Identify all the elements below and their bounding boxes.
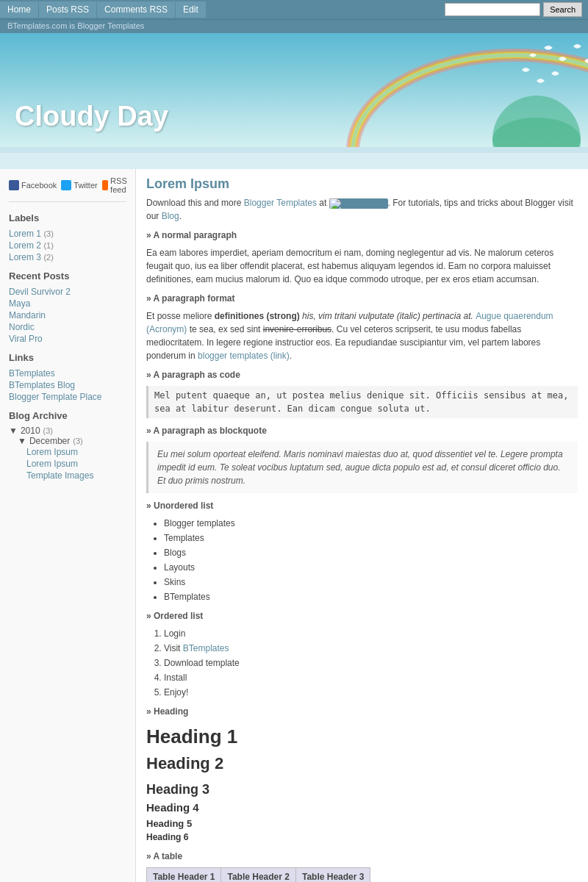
list-item: Enjoy! [164, 686, 578, 699]
post-link[interactable]: Nordic [9, 322, 35, 332]
headings-demo: Heading 1 Heading 2 Heading 3 Heading 4 … [146, 723, 578, 844]
post-1: Lorem Ipsum Download this and more Blogg… [146, 176, 578, 882]
table-header: Table Header 3 [295, 868, 370, 883]
list-item: Maya [9, 298, 126, 309]
strikethrough-text: invenire-erroribus [263, 324, 331, 334]
bold-text: definitiones (strong) [215, 311, 300, 321]
demo-table: Table Header 1 Table Header 2 Table Head… [146, 867, 370, 882]
search-input[interactable] [445, 3, 540, 16]
heading-5: Heading 5 [146, 817, 578, 831]
labels-section: Labels Lorem 1 (3) Lorem 2 (1) Lorem 3 (… [9, 212, 126, 263]
list-item: Layouts [164, 561, 578, 574]
links-section: Links BTemplates BTemplates Blog Blogger… [9, 352, 126, 403]
links-heading: Links [9, 352, 126, 363]
nav-home[interactable]: Home [0, 1, 39, 18]
header-decoration [220, 33, 588, 147]
archive-year-toggle[interactable]: ▼ 2010 (3) [9, 426, 126, 436]
list-item: Skins [164, 576, 578, 589]
post-link[interactable]: Maya [9, 298, 30, 309]
recent-posts-section: Recent Posts Devil Survivor 2 Maya Manda… [9, 270, 126, 345]
list-item: Lorem 1 (3) [9, 228, 126, 240]
list-item: Viral Pro [9, 333, 126, 345]
list-item: Blogger templates [164, 517, 578, 530]
facebook-link[interactable]: Facebook [9, 176, 57, 194]
top-nav: Home Posts RSS Comments RSS Edit Search [0, 0, 588, 20]
blockquote: Eu mei solum oporteat eleifend. Maris no… [146, 442, 578, 493]
rss-icon [102, 180, 108, 190]
archive-post-link[interactable]: Lorem Ipsum [26, 458, 126, 470]
list-item: Mandarin [9, 309, 126, 321]
post-link[interactable]: Viral Pro [9, 334, 43, 344]
post-link[interactable]: Mandarin [9, 310, 46, 320]
labels-heading: Labels [9, 212, 126, 223]
nav-comments-rss[interactable]: Comments RSS [97, 1, 176, 18]
list-item: Login [164, 627, 578, 640]
external-link[interactable]: BTemplates [9, 368, 55, 379]
rss-link[interactable]: RSS feed [102, 176, 132, 194]
list-item: BTemplates [164, 590, 578, 603]
list-item: Visit BTemplates [164, 642, 578, 655]
list-item: Download template [164, 656, 578, 670]
site-title: Cloudy Day [15, 101, 168, 132]
sidebar: Facebook Twitter RSS feed Labels Lorem 1… [0, 169, 136, 882]
search-button[interactable]: Search [543, 2, 582, 17]
twitter-icon [61, 180, 71, 190]
table-header: Table Header 2 [221, 868, 295, 883]
label-link[interactable]: Lorem 3 [9, 252, 41, 262]
main-wrapper: Facebook Twitter RSS feed Labels Lorem 1… [0, 169, 588, 882]
list-item: Nordic [9, 321, 126, 333]
list-item: BTemplates [9, 368, 126, 379]
subtitle: BTemplates.com is Blogger Templates [0, 20, 588, 33]
list-item: Blogs [164, 546, 578, 559]
post-intro: Download this and more Blogger Templates… [146, 196, 578, 223]
label-link[interactable]: Lorem 2 [9, 240, 41, 251]
heading-4: Heading 4 [146, 800, 578, 817]
ordered-list: Login Visit BTemplates Download template… [164, 627, 578, 699]
search-area: Search [445, 2, 588, 17]
list-item: Lorem 2 (1) [9, 240, 126, 251]
unordered-label: » Unordered list [146, 499, 578, 512]
social-links: Facebook Twitter RSS feed [9, 176, 126, 202]
normal-para: Ea eam labores imperdiet, aperiam democr… [146, 246, 578, 286]
archive-post-link[interactable]: Template Images [26, 470, 126, 481]
post-title-link[interactable]: Lorem Ipsum [146, 176, 229, 191]
table-header: Table Header 1 [147, 868, 221, 883]
unordered-list: Blogger templates Templates Blogs Layout… [164, 517, 578, 603]
list-item: Devil Survivor 2 [9, 286, 126, 298]
normal-para-label: » A normal paragraph [146, 229, 578, 242]
templates-logo [329, 198, 388, 209]
blog-link[interactable]: Blog [162, 211, 179, 221]
code-block: Mel putent quaeque an, ut postea melius … [146, 386, 578, 418]
blog-archive-section: Blog Archive ▼ 2010 (3) ▼ December (3) L… [9, 410, 126, 481]
list-item: Lorem 3 (2) [9, 251, 126, 263]
archive-month-toggle[interactable]: ▼ December (3) [9, 436, 126, 446]
post-link[interactable]: Devil Survivor 2 [9, 287, 71, 297]
recent-posts-heading: Recent Posts [9, 270, 126, 282]
archive-post-link[interactable]: Lorem Ipsum [26, 446, 126, 458]
blogger-templates-link[interactable]: Blogger Templates [244, 198, 317, 208]
blockquote-label: » A paragraph as blockquote [146, 424, 578, 437]
list-item: BTemplates Blog [9, 379, 126, 391]
heading-label: » Heading [146, 705, 578, 718]
heading-2: Heading 2 [146, 751, 578, 775]
nav-edit[interactable]: Edit [176, 1, 207, 18]
list-item: Install [164, 671, 578, 684]
twitter-link[interactable]: Twitter [61, 176, 97, 194]
post-title: Lorem Ipsum [146, 176, 578, 192]
recent-posts-list: Devil Survivor 2 Maya Mandarin Nordic Vi… [9, 286, 126, 345]
archive-month-posts: Lorem Ipsum Lorem Ipsum Template Images [9, 446, 126, 481]
site-header: Cloudy Day [0, 33, 588, 147]
label-link[interactable]: Lorem 1 [9, 229, 41, 239]
list-item: Blogger Template Place [9, 391, 126, 403]
external-link[interactable]: BTemplates Blog [9, 380, 75, 390]
post-body: Download this and more Blogger Templates… [146, 196, 578, 882]
nav-posts-rss[interactable]: Posts RSS [39, 1, 97, 18]
blog-templates-link[interactable]: blogger templates (link) [198, 351, 290, 361]
table-label: » A table [146, 850, 578, 863]
btemplates-link[interactable]: BTemplates [183, 643, 229, 653]
heading-6: Heading 6 [146, 831, 578, 844]
ordered-label: » Ordered list [146, 609, 578, 623]
external-link[interactable]: Blogger Template Place [9, 392, 102, 402]
para-format: Et posse meliore definitiones (strong) h… [146, 309, 578, 362]
heading-1: Heading 1 [146, 723, 578, 751]
